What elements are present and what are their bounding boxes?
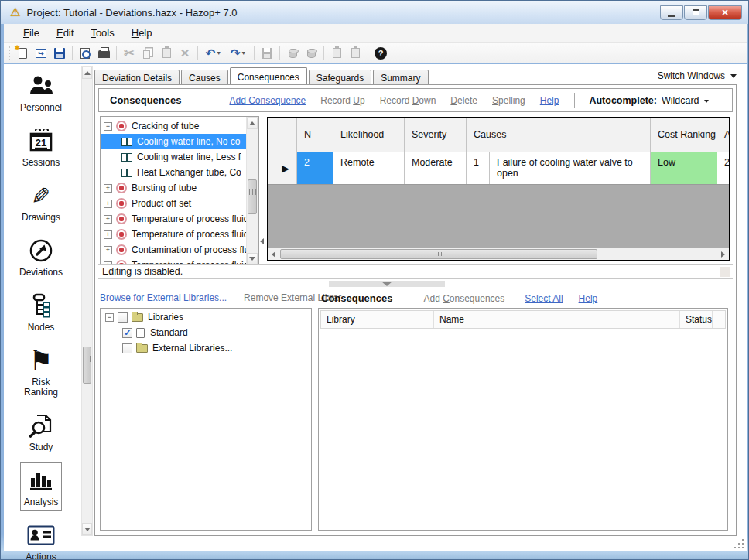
new-project-icon[interactable]: ✱ — [14, 45, 31, 62]
pencil-icon: ✎ — [31, 183, 50, 209]
sidebar-item-actions[interactable]: Actions — [22, 517, 60, 560]
tree-item[interactable]: −Cracking of tube — [101, 118, 246, 134]
tab-causes[interactable]: Causes — [181, 70, 228, 84]
cell-cost-ranking[interactable]: Low — [651, 152, 717, 184]
tab-safeguards[interactable]: Safeguards — [309, 70, 371, 84]
print-preview-icon[interactable] — [77, 45, 94, 62]
standard-checkbox[interactable] — [122, 328, 132, 338]
column-header-n[interactable]: N — [297, 118, 333, 152]
splitter-collapse-handle[interactable] — [329, 281, 445, 287]
grid-horizontal-scrollbar[interactable] — [268, 248, 729, 260]
bottom-help-link[interactable]: Help — [579, 293, 598, 304]
menu-edit[interactable]: Edit — [48, 25, 82, 41]
toolbar-grip[interactable] — [7, 46, 11, 60]
add-consequence-link[interactable]: Add Consequence — [229, 95, 306, 106]
cell-likelihood[interactable]: Remote — [333, 152, 405, 184]
column-header-cost-ranking[interactable]: Cost Ranking — [651, 118, 717, 152]
deviation-icon — [116, 198, 127, 209]
libraries-checkbox[interactable] — [118, 312, 128, 323]
cell-severity[interactable]: Moderate — [405, 152, 467, 184]
grid-data-row[interactable]: ▶ 2 Remote Moderate 1 Failure of cooling… — [268, 152, 729, 185]
cell-clipped[interactable]: 2 — [717, 152, 730, 184]
column-header-name[interactable]: Name — [434, 311, 680, 328]
column-header-library[interactable]: Library — [321, 311, 434, 328]
library-command-bar: Browse for External Libraries... Remove … — [100, 292, 733, 306]
row-selector-arrow[interactable]: ▶ — [268, 152, 297, 184]
tree-item[interactable]: +Product off set — [101, 196, 246, 211]
column-header-causes[interactable]: Causes — [467, 118, 651, 152]
cell-n[interactable]: 2 — [297, 152, 333, 184]
select-all-link[interactable]: Select All — [525, 293, 563, 304]
sidebar-item-nodes[interactable]: Nodes — [24, 287, 59, 336]
column-header-likelihood[interactable]: Likelihood — [333, 118, 405, 152]
record-down-link: Record Down — [380, 95, 436, 106]
window-resize-grip[interactable] — [733, 538, 744, 548]
sidebar-item-sessions[interactable]: 21 Sessions — [19, 122, 64, 172]
consequences-grid: N Likelihood Severity Causes Cost Rankin… — [267, 117, 730, 261]
open-project-icon[interactable]: ↪ — [32, 45, 50, 62]
sidebar-scroll-up[interactable] — [82, 67, 92, 79]
column-header-status[interactable]: Status — [680, 311, 713, 328]
copy-icon — [139, 45, 156, 62]
tab-deviation-details[interactable]: Deviation Details — [94, 70, 180, 84]
minimize-button[interactable] — [660, 5, 683, 20]
expand-expander[interactable]: + — [104, 200, 112, 208]
horizontal-splitter[interactable] — [98, 280, 733, 289]
tab-summary[interactable]: Summary — [373, 70, 428, 84]
menu-help[interactable]: Help — [123, 25, 161, 41]
print-icon[interactable] — [95, 45, 112, 62]
tree-item[interactable]: +Bursting of tube — [101, 180, 246, 196]
sidebar-item-risk-ranking[interactable]: ⚑ Risk Ranking — [15, 342, 67, 401]
cell-cause-text[interactable]: Failure of cooling water valve to open — [490, 152, 651, 184]
library-tree-item[interactable]: − Libraries — [101, 310, 311, 324]
tree-item[interactable]: +Temperature of process fluid — [101, 211, 246, 227]
sidebar-scrollbar[interactable] — [81, 66, 93, 536]
tab-consequences[interactable]: Consequences — [230, 67, 307, 84]
tab-strip: Deviation Details Causes Consequences Sa… — [94, 68, 737, 84]
library-tree-item[interactable]: Standard — [101, 326, 311, 340]
close-button[interactable]: ✕ — [708, 5, 742, 20]
toolbar: ✱ ↪ ✂ ✕ ↶▼ ↷▼ ? — [4, 43, 747, 63]
sidebar-item-analysis[interactable]: Analysis — [20, 462, 63, 511]
external-libraries-checkbox[interactable] — [122, 343, 132, 353]
switch-windows-dropdown[interactable]: Switch Windows — [658, 70, 737, 84]
sidebar-scroll-down[interactable] — [82, 523, 92, 535]
tree-item[interactable]: +Temperature of process fluid — [101, 227, 246, 242]
paste-data-icon — [328, 45, 345, 62]
tree-item[interactable]: Cooling water line, Less f — [101, 149, 246, 165]
help-link[interactable]: Help — [540, 95, 559, 106]
sidebar-scroll-thumb[interactable] — [83, 347, 91, 384]
tree-item-selected[interactable]: Cooling water line, No co — [101, 134, 246, 149]
save-icon[interactable] — [51, 45, 68, 62]
nodes-tree-icon — [30, 292, 52, 319]
menu-tools[interactable]: Tools — [82, 25, 122, 41]
column-header-clipped[interactable]: A — [717, 118, 730, 152]
restore-button[interactable] — [684, 5, 707, 20]
column-header-severity[interactable]: Severity — [405, 118, 467, 152]
browse-external-libraries-link[interactable]: Browse for External Libraries... — [100, 292, 227, 303]
expand-expander[interactable]: + — [104, 230, 112, 239]
help-icon[interactable]: ? — [372, 45, 389, 62]
expand-expander[interactable]: + — [104, 246, 112, 254]
tree-item[interactable]: +Contamination of process flui — [101, 242, 246, 258]
sidebar-item-deviations[interactable]: Deviations — [15, 232, 67, 282]
bar-chart-icon — [29, 467, 53, 493]
menu-file[interactable]: File — [15, 25, 48, 41]
sidebar-item-personnel[interactable]: Personnel — [16, 67, 66, 117]
tree-vertical-scrollbar[interactable] — [246, 117, 258, 265]
bottom-panel-title: Consequences — [321, 292, 392, 304]
tree-item[interactable]: Heat Exchanger tube, Co — [101, 165, 246, 180]
tree-splitter-collapse[interactable] — [260, 238, 264, 244]
undo-icon[interactable]: ↶▼ — [202, 45, 225, 62]
expand-expander[interactable]: + — [104, 184, 112, 193]
autocomplete-dropdown[interactable]: Autocomplete: Wildcard — [589, 95, 708, 106]
cell-cause-number[interactable]: 1 — [467, 152, 490, 184]
sidebar-item-drawings[interactable]: ✎ Drawings — [18, 177, 64, 227]
collapse-expander[interactable]: − — [104, 122, 112, 131]
collapse-expander[interactable]: − — [105, 313, 114, 322]
redo-icon[interactable]: ↷▼ — [227, 45, 250, 62]
expand-expander[interactable]: + — [104, 215, 112, 224]
delete-link: Delete — [450, 95, 477, 106]
sidebar-item-study[interactable]: Study — [25, 407, 57, 456]
library-tree-item[interactable]: External Libraries... — [101, 341, 311, 355]
